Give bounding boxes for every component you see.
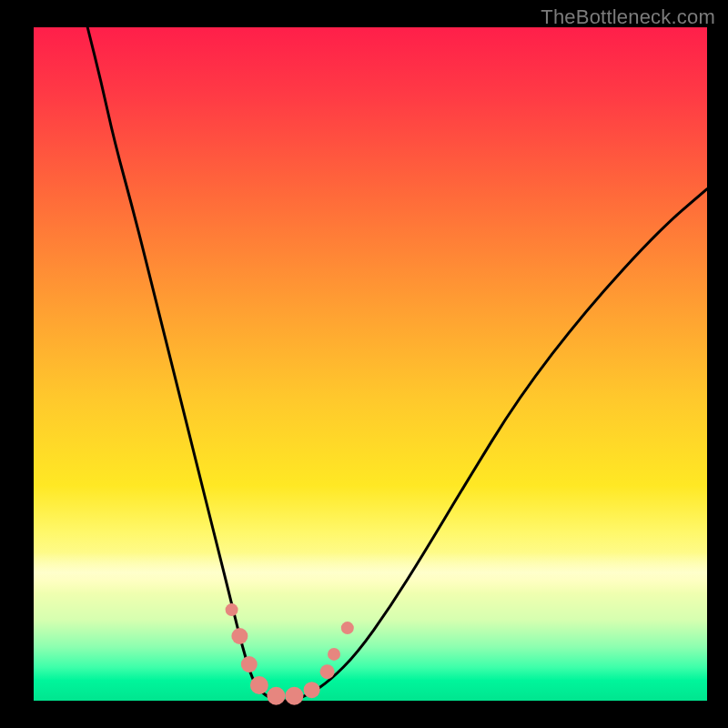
data-marker <box>267 687 285 705</box>
curve-svg <box>34 27 707 701</box>
plot-area <box>34 27 707 701</box>
watermark-text: TheBottleneck.com <box>541 5 715 29</box>
data-marker <box>328 648 340 661</box>
data-marker <box>226 603 238 616</box>
data-marker <box>304 682 320 698</box>
data-marker <box>250 676 268 694</box>
chart-frame: TheBottleneck.com <box>0 0 728 728</box>
data-marker <box>231 628 248 644</box>
data-marker <box>241 656 258 672</box>
bottleneck-curve <box>87 27 707 701</box>
data-marker <box>285 687 303 705</box>
data-marker <box>320 664 335 679</box>
data-marker <box>341 622 354 634</box>
